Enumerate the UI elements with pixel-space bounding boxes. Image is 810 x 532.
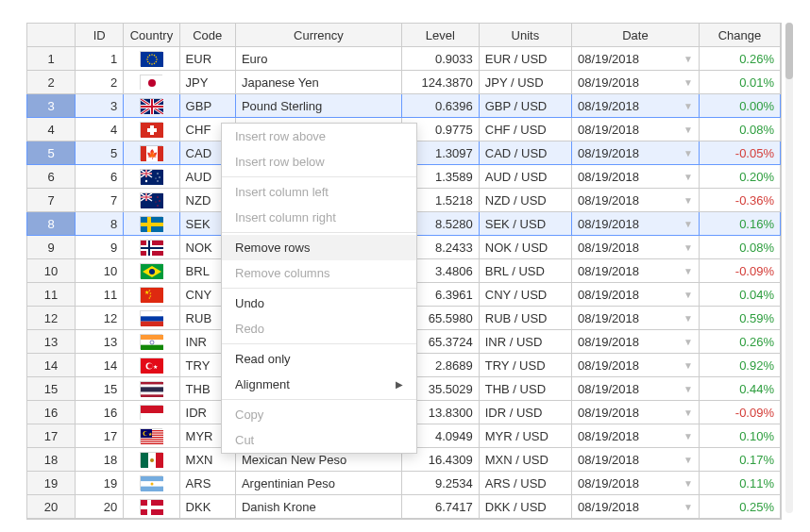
cell-country[interactable]: 🍁 (124, 141, 179, 165)
cell-units[interactable]: CNY / USD (479, 283, 571, 307)
cell-units[interactable]: TRY / USD (479, 354, 571, 377)
row-header[interactable]: 19 (27, 472, 76, 495)
cell-units[interactable]: MYR / USD (479, 424, 571, 448)
row-header[interactable]: 17 (27, 424, 76, 448)
cell-level[interactable]: 9.2534 (401, 472, 479, 495)
cell-id[interactable]: 10 (76, 259, 124, 283)
cell-units[interactable]: MXN / USD (479, 448, 571, 472)
row-header[interactable]: 16 (27, 401, 76, 424)
cell-currency[interactable]: Danish Krone (235, 495, 401, 519)
cell-id[interactable]: 15 (76, 377, 124, 401)
cell-date[interactable]: 08/19/2018▼ (571, 424, 699, 448)
col-header-change[interactable]: Change (699, 24, 780, 47)
cell-date[interactable]: 08/19/2018▼ (571, 236, 699, 259)
cell-country[interactable] (124, 94, 179, 118)
dropdown-icon[interactable]: ▼ (683, 219, 693, 229)
cell-id[interactable]: 12 (76, 307, 124, 330)
cell-country[interactable] (124, 71, 179, 94)
cell-id[interactable]: 6 (76, 165, 124, 189)
dropdown-icon[interactable]: ▼ (683, 502, 693, 512)
context-menu-item[interactable]: Alignment▶ (222, 372, 416, 397)
cell-id[interactable]: 17 (76, 424, 124, 448)
cell-level[interactable]: 0.9033 (401, 47, 479, 71)
cell-change[interactable]: 0.00% (699, 94, 780, 118)
cell-id[interactable]: 4 (76, 118, 124, 141)
cell-units[interactable]: RUB / USD (479, 307, 571, 330)
col-header-units[interactable]: Units (479, 24, 571, 47)
cell-change[interactable]: 0.26% (699, 47, 780, 71)
cell-country[interactable] (124, 165, 179, 189)
cell-change[interactable]: 0.01% (699, 71, 780, 94)
cell-units[interactable]: INR / USD (479, 330, 571, 354)
cell-date[interactable]: 08/19/2018▼ (571, 141, 699, 165)
cell-change[interactable]: 0.08% (699, 236, 780, 259)
cell-level[interactable]: 124.3870 (401, 71, 479, 94)
cell-id[interactable]: 18 (76, 448, 124, 472)
dropdown-icon[interactable]: ▼ (683, 478, 693, 489)
col-header-code[interactable]: Code (179, 24, 235, 47)
cell-change[interactable]: 0.10% (699, 424, 780, 448)
table-row[interactable]: 22JPYJapanese Yen124.3870JPY / USD08/19/… (27, 71, 781, 94)
cell-id[interactable]: 16 (76, 401, 124, 424)
cell-country[interactable] (124, 307, 179, 330)
cell-id[interactable]: 13 (76, 330, 124, 354)
vertical-scrollbar-thumb[interactable] (785, 23, 793, 79)
row-header[interactable]: 14 (27, 354, 76, 377)
cell-country[interactable]: ★★★★★ (124, 283, 179, 307)
cell-date[interactable]: 08/19/2018▼ (571, 377, 699, 401)
cell-code[interactable]: GBP (179, 94, 235, 118)
cell-country[interactable] (124, 47, 179, 71)
cell-code[interactable]: EUR (179, 47, 235, 71)
dropdown-icon[interactable]: ▼ (683, 313, 693, 324)
cell-country[interactable] (124, 401, 179, 424)
cell-change[interactable]: 0.11% (699, 472, 780, 495)
cell-id[interactable]: 3 (76, 94, 124, 118)
cell-id[interactable]: 2 (76, 71, 124, 94)
cell-country[interactable] (124, 212, 179, 236)
cell-country[interactable]: ★ (124, 424, 179, 448)
cell-change[interactable]: -0.09% (699, 401, 780, 424)
cell-date[interactable]: 08/19/2018▼ (571, 259, 699, 283)
cell-date[interactable]: 08/19/2018▼ (571, 47, 699, 71)
cell-units[interactable]: DKK / USD (479, 495, 571, 519)
vertical-scrollbar-track[interactable] (785, 23, 793, 513)
cell-country[interactable] (124, 330, 179, 354)
context-menu-item[interactable]: Read only (222, 346, 416, 372)
cell-date[interactable]: 08/19/2018▼ (571, 354, 699, 377)
cell-date[interactable]: 08/19/2018▼ (571, 71, 699, 94)
dropdown-icon[interactable]: ▼ (683, 337, 693, 347)
dropdown-icon[interactable]: ▼ (683, 384, 693, 394)
cell-currency[interactable]: Pound Sterling (235, 94, 401, 118)
row-header[interactable]: 15 (27, 377, 76, 401)
dropdown-icon[interactable]: ▼ (683, 431, 693, 441)
dropdown-icon[interactable]: ▼ (683, 148, 693, 158)
cell-id[interactable]: 1 (76, 47, 124, 71)
cell-country[interactable] (124, 189, 179, 212)
row-header[interactable]: 4 (27, 118, 76, 141)
row-header[interactable]: 5 (27, 141, 76, 165)
cell-units[interactable]: JPY / USD (479, 71, 571, 94)
row-header[interactable]: 1 (27, 47, 76, 71)
cell-change[interactable]: 0.59% (699, 307, 780, 330)
cell-change[interactable]: 0.44% (699, 377, 780, 401)
cell-units[interactable]: GBP / USD (479, 94, 571, 118)
dropdown-icon[interactable]: ▼ (683, 54, 693, 64)
cell-units[interactable]: NOK / USD (479, 236, 571, 259)
row-header[interactable]: 7 (27, 189, 76, 212)
context-menu[interactable]: Insert row aboveInsert row belowInsert c… (221, 123, 417, 454)
cell-id[interactable]: 5 (76, 141, 124, 165)
row-header[interactable]: 3 (27, 94, 76, 118)
row-header[interactable]: 8 (27, 212, 76, 236)
cell-date[interactable]: 08/19/2018▼ (571, 165, 699, 189)
cell-date[interactable]: 08/19/2018▼ (571, 495, 699, 519)
cell-country[interactable] (124, 118, 179, 141)
cell-date[interactable]: 08/19/2018▼ (571, 118, 699, 141)
row-header[interactable]: 13 (27, 330, 76, 354)
cell-change[interactable]: 0.92% (699, 354, 780, 377)
cell-date[interactable]: 08/19/2018▼ (571, 401, 699, 424)
cell-currency[interactable]: Argentinian Peso (235, 472, 401, 495)
cell-change[interactable]: 0.08% (699, 118, 780, 141)
cell-code[interactable]: ARS (179, 472, 235, 495)
dropdown-icon[interactable]: ▼ (683, 172, 693, 182)
cell-units[interactable]: CHF / USD (479, 118, 571, 141)
